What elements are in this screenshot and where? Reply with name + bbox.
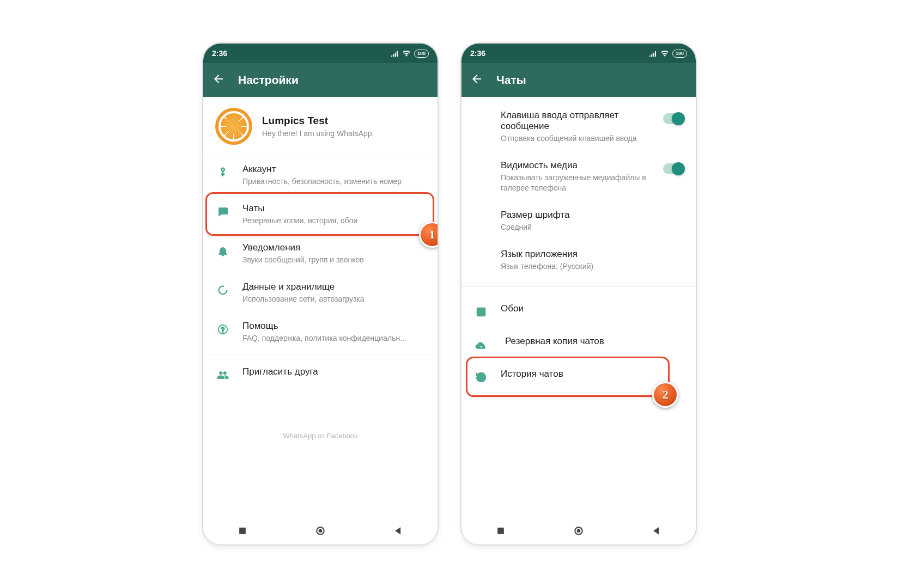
svg-point-10 (577, 529, 581, 533)
history-icon (473, 370, 489, 385)
triangle-left-icon (651, 525, 662, 536)
signal-icon (390, 49, 399, 58)
toggle-switch[interactable] (663, 113, 684, 124)
cloud-upload-icon (473, 337, 489, 352)
status-bar: 2:36 100 (461, 44, 696, 63)
nav-home-button[interactable] (572, 524, 586, 538)
phone-settings: 2:36 100 Настройки Lumpics Test Hey ther… (202, 42, 439, 546)
settings-content: Lumpics Test Hey there! I am using Whats… (203, 97, 438, 517)
svg-rect-8 (497, 528, 504, 534)
svg-point-5 (319, 529, 323, 533)
divider (203, 354, 438, 354)
svg-rect-6 (477, 308, 485, 316)
wallpaper-icon (473, 304, 489, 320)
item-sub: FAQ, поддержка, политика конфиденциальн.… (242, 333, 426, 344)
triangle-left-icon (393, 525, 404, 536)
profile-name: Lumpics Test (262, 115, 374, 127)
chats-settings-content: Клавиша ввода отправляет сообщение Отпра… (461, 97, 696, 517)
item-title: Пригласить друга (242, 366, 426, 377)
item-sub: Звуки сообщений, групп и звонков (242, 255, 426, 265)
chat-icon (215, 204, 230, 219)
settings-item-invite[interactable]: Пригласить друга (203, 358, 438, 390)
avatar (215, 108, 252, 145)
divider (461, 286, 696, 287)
settings-item-notifications[interactable]: Уведомления Звуки сообщений, групп и зво… (203, 234, 438, 273)
arrow-left-icon (212, 72, 225, 85)
nav-back-button[interactable] (649, 524, 664, 538)
circle-icon (315, 525, 326, 536)
item-sub: Использование сети, автозагрузка (242, 294, 426, 304)
item-title: Размер шрифта (501, 210, 684, 220)
svg-rect-3 (239, 528, 246, 534)
item-sub: Показывать загруженные медиафайлы в гале… (501, 173, 651, 193)
item-title: Обои (501, 303, 684, 314)
footer-branding: WhatsApp от Facebook (203, 420, 438, 444)
item-sub: Отправка сообщений клавишей ввода (501, 133, 651, 144)
page-title: Чаты (496, 74, 526, 87)
svg-point-0 (219, 286, 227, 294)
bell-icon (215, 243, 230, 259)
item-sub: Средний (501, 222, 684, 232)
page-title: Настройки (238, 74, 299, 87)
item-title: Видимость медиа (501, 160, 651, 171)
app-bar: Чаты (461, 63, 696, 97)
settings-item-account[interactable]: Аккаунт Приватность, безопасность, измен… (203, 155, 438, 194)
status-time: 2:36 (470, 49, 485, 58)
item-title: Язык приложения (501, 249, 684, 260)
item-title: Клавиша ввода отправляет сообщение (501, 110, 651, 132)
key-icon (215, 165, 230, 180)
chats-item-font-size[interactable]: Размер шрифта Средний (461, 201, 696, 240)
item-title: Данные и хранилище (242, 281, 426, 292)
status-time: 2:36 (212, 49, 227, 58)
status-icons: 100 (390, 49, 429, 58)
app-bar: Настройки (203, 63, 438, 97)
battery-icon: 100 (672, 50, 687, 58)
signal-icon (648, 49, 657, 58)
toggle-switch[interactable] (663, 163, 684, 174)
chats-item-wallpaper[interactable]: Обои (461, 295, 696, 327)
chats-item-enter-key[interactable]: Клавиша ввода отправляет сообщение Отпра… (461, 97, 696, 151)
settings-item-chats[interactable]: Чаты Резервные копии, история, обои (203, 194, 438, 234)
chats-item-backup[interactable]: Резервная копия чатов (461, 327, 696, 360)
wifi-icon (402, 49, 411, 58)
wifi-icon (660, 49, 669, 58)
nav-recent-button[interactable] (494, 524, 508, 538)
item-sub: Язык телефона: (Русский) (501, 261, 684, 272)
circle-icon (573, 525, 584, 536)
item-title: Резервная копия чатов (505, 336, 684, 347)
help-icon: ? (215, 322, 230, 337)
nav-home-button[interactable] (313, 524, 327, 538)
battery-icon: 100 (414, 50, 429, 58)
settings-item-help[interactable]: ? Помощь FAQ, поддержка, политика конфид… (203, 312, 438, 351)
item-title: Аккаунт (242, 164, 426, 175)
item-title: Чаты (242, 203, 426, 214)
item-title: История чатов (501, 369, 684, 379)
item-sub: Резервные копии, история, обои (242, 216, 426, 226)
chats-item-app-language[interactable]: Язык приложения Язык телефона: (Русский) (461, 240, 696, 279)
step-badge-2: 2 (652, 382, 678, 408)
item-sub: Приватность, безопасность, изменить номе… (242, 176, 426, 187)
item-title: Уведомления (242, 242, 426, 253)
profile-row[interactable]: Lumpics Test Hey there! I am using Whats… (203, 97, 438, 155)
square-icon (495, 525, 506, 536)
status-bar: 2:36 100 (203, 44, 438, 63)
people-icon (215, 367, 230, 383)
back-button[interactable] (470, 72, 483, 88)
square-icon (237, 525, 248, 536)
arrow-left-icon (470, 72, 483, 85)
back-button[interactable] (212, 72, 225, 88)
phone-chats-settings: 2:36 100 Чаты Клавиша ввода отправляет с… (460, 42, 697, 546)
android-nav-bar (461, 517, 696, 544)
status-icons: 100 (648, 49, 687, 58)
chats-item-media-visibility[interactable]: Видимость медиа Показывать загруженные м… (461, 151, 696, 201)
nav-back-button[interactable] (391, 524, 405, 538)
profile-status: Hey there! I am using WhatsApp. (262, 129, 374, 138)
android-nav-bar (203, 517, 438, 544)
settings-item-data[interactable]: Данные и хранилище Использование сети, а… (203, 273, 438, 312)
nav-recent-button[interactable] (235, 524, 250, 538)
data-usage-icon (215, 283, 230, 298)
svg-point-7 (479, 310, 481, 311)
svg-text:?: ? (221, 326, 224, 333)
item-title: Помощь (242, 321, 426, 332)
